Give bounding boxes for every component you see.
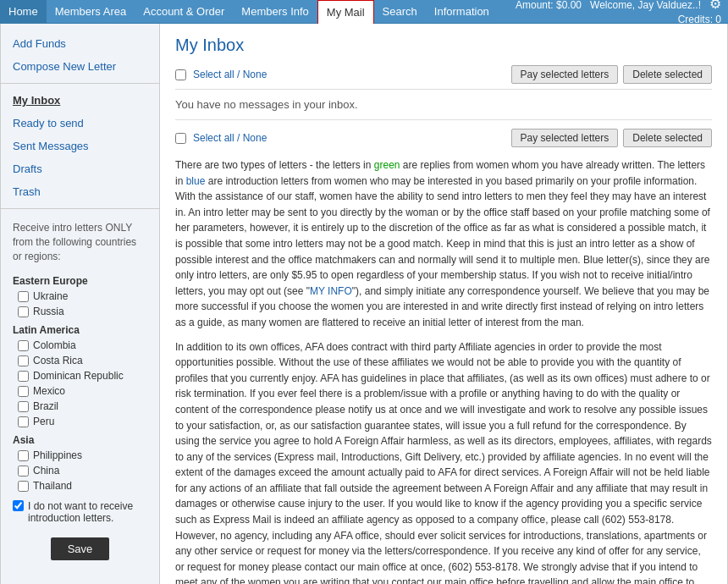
sidebar-opt-out-row: I do not want to receive introduction le… xyxy=(1,493,159,531)
mexico-checkbox[interactable] xyxy=(18,386,29,397)
sidebar-costa-rica-row: Costa Rica xyxy=(1,353,159,368)
toolbar-top: Select all / None Pay selected letters D… xyxy=(175,65,712,84)
select-all-label-bottom[interactable]: Select all / None xyxy=(193,132,267,144)
sidebar-compose[interactable]: Compose New Letter xyxy=(1,55,159,78)
mexico-label: Mexico xyxy=(33,385,65,397)
nav-members-area[interactable]: Members Area xyxy=(47,0,135,24)
sidebar-thailand-row: Thailand xyxy=(1,478,159,493)
nav-members-info[interactable]: Members Info xyxy=(233,0,317,24)
sidebar-divider-2 xyxy=(1,208,159,209)
sidebar-sent-messages[interactable]: Sent Messages xyxy=(1,135,159,157)
sidebar: Add Funds Compose New Letter My Inbox Re… xyxy=(1,24,160,584)
sidebar-ready-send[interactable]: Ready to send xyxy=(1,112,159,135)
select-all-checkbox-bottom[interactable] xyxy=(175,133,186,144)
pay-selected-button-bottom[interactable]: Pay selected letters xyxy=(511,129,619,147)
sidebar-brazil-row: Brazil xyxy=(1,399,159,414)
page-title: My Inbox xyxy=(175,36,712,55)
costa-rica-checkbox[interactable] xyxy=(18,355,29,366)
nav-home[interactable]: Home xyxy=(0,0,47,24)
dominican-republic-label: Dominican Republic xyxy=(33,370,124,382)
costa-rica-label: Costa Rica xyxy=(33,355,83,366)
info-paragraph-1: There are two types of letters - the let… xyxy=(175,157,712,331)
sidebar-philippines-row: Philippines xyxy=(1,448,159,463)
blue-highlight: blue xyxy=(186,175,206,187)
sidebar-drafts[interactable]: Drafts xyxy=(1,157,159,180)
ukraine-label: Ukraine xyxy=(33,290,68,302)
philippines-checkbox[interactable] xyxy=(18,450,29,461)
sidebar-ukraine-row: Ukraine xyxy=(1,289,159,304)
nav-information[interactable]: Information xyxy=(426,0,498,24)
save-button[interactable]: Save xyxy=(51,537,110,560)
sidebar-asia-title: Asia xyxy=(1,429,159,448)
nav-account-order[interactable]: Account & Order xyxy=(135,0,233,24)
green-highlight: green xyxy=(374,159,400,171)
brazil-checkbox[interactable] xyxy=(18,401,29,412)
sidebar-mexico-row: Mexico xyxy=(1,383,159,399)
main-content: My Inbox Select all / None Pay selected … xyxy=(160,24,727,584)
sidebar-my-inbox[interactable]: My Inbox xyxy=(1,89,159,112)
dominican-republic-checkbox[interactable] xyxy=(18,371,29,382)
sidebar-russia-row: Russia xyxy=(1,304,159,319)
amount-label: Amount: $0.00 xyxy=(516,0,582,11)
russia-label: Russia xyxy=(33,306,64,317)
russia-checkbox[interactable] xyxy=(18,306,29,317)
delete-selected-button-top[interactable]: Delete selected xyxy=(623,65,712,84)
toolbar-right-bottom: Pay selected letters Delete selected xyxy=(511,129,712,147)
sidebar-peru-row: Peru xyxy=(1,414,159,429)
toolbar-bottom: Select all / None Pay selected letters D… xyxy=(175,129,712,147)
sidebar-trash[interactable]: Trash xyxy=(1,180,159,203)
nav-user-info: Amount: $0.00 Welcome, Jay Valduez..! ⚙ … xyxy=(516,0,728,27)
peru-label: Peru xyxy=(33,416,54,427)
sidebar-add-funds[interactable]: Add Funds xyxy=(1,32,159,55)
nav-search[interactable]: Search xyxy=(374,0,426,24)
select-all-label-top[interactable]: Select all / None xyxy=(193,69,267,80)
sidebar-china-row: China xyxy=(1,463,159,478)
select-all-checkbox-top[interactable] xyxy=(175,69,186,80)
delete-selected-button-bottom[interactable]: Delete selected xyxy=(623,129,712,147)
top-navigation: Home Members Area Account & Order Member… xyxy=(0,0,728,24)
toolbar-left-top: Select all / None xyxy=(175,69,267,80)
sidebar-latin-america-title: Latin America xyxy=(1,319,159,338)
china-checkbox[interactable] xyxy=(18,466,29,477)
empty-inbox-message: You have no messages in your inbox. xyxy=(175,89,712,120)
thailand-checkbox[interactable] xyxy=(18,481,29,492)
sidebar-dominican-republic-row: Dominican Republic xyxy=(1,368,159,383)
welcome-label: Welcome, Jay Valduez..! xyxy=(590,0,701,11)
credits-label: Credits: 0 xyxy=(678,14,721,25)
toolbar-left-bottom: Select all / None xyxy=(175,132,267,144)
sidebar-filter-text: Receive intro letters ONLY from the foll… xyxy=(1,214,159,270)
nav-my-mail[interactable]: My Mail xyxy=(317,0,374,24)
thailand-label: Thailand xyxy=(33,480,72,492)
info-paragraph-2: In addition to its own offices, AFA does… xyxy=(175,339,712,584)
pay-selected-button-top[interactable]: Pay selected letters xyxy=(511,65,619,84)
opt-out-label: I do not want to receive introduction le… xyxy=(28,500,147,524)
colombia-label: Colombia xyxy=(33,339,76,351)
philippines-label: Philippines xyxy=(33,449,82,461)
brazil-label: Brazil xyxy=(33,400,58,412)
opt-out-checkbox[interactable] xyxy=(13,500,24,511)
sidebar-colombia-row: Colombia xyxy=(1,338,159,353)
sidebar-divider-1 xyxy=(1,83,159,84)
settings-icon[interactable]: ⚙ xyxy=(709,0,721,11)
peru-checkbox[interactable] xyxy=(18,416,29,427)
colombia-checkbox[interactable] xyxy=(18,340,29,351)
sidebar-eastern-europe-title: Eastern Europe xyxy=(1,270,159,289)
ukraine-checkbox[interactable] xyxy=(18,291,29,302)
main-wrapper: Add Funds Compose New Letter My Inbox Re… xyxy=(0,24,728,584)
china-label: China xyxy=(33,465,59,477)
toolbar-right-top: Pay selected letters Delete selected xyxy=(511,65,712,84)
info-text-block: There are two types of letters - the let… xyxy=(175,157,712,584)
my-info-link[interactable]: MY INFO xyxy=(310,285,352,297)
